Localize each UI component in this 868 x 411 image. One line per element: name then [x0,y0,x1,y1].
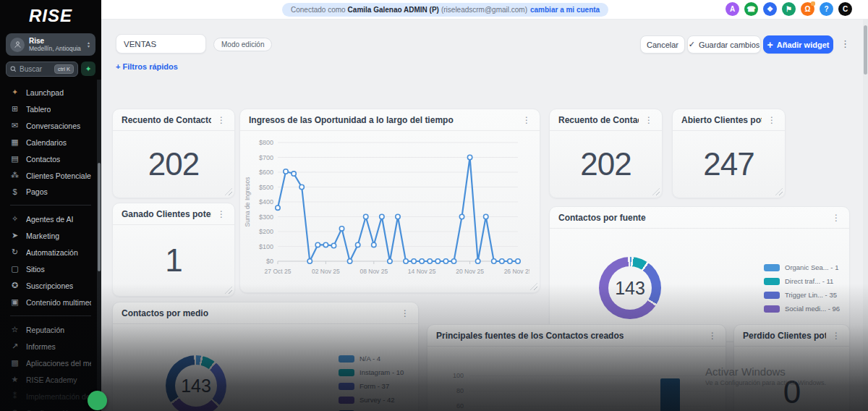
svg-text:Suma de Ingresos: Suma de Ingresos [244,177,251,227]
legend-item[interactable]: Instagram - 10 [339,368,404,376]
widget-menu-button[interactable]: ⋮ [826,213,841,223]
widget-contactos-por-fuente: Contactos por fuente⋮ Organic Sea... - 1… [549,206,850,342]
kpi-value: 247 [673,131,785,198]
apps-icon[interactable]: ❖ [763,2,777,16]
sidebar-item-sitios[interactable]: ▢Sitios [0,260,101,277]
data-point [443,259,448,263]
legend-label: Instagram - 10 [359,368,404,376]
legend-item[interactable]: Organic Sea... - 1 [764,263,840,271]
sidebar-item-clientes-potenciales[interactable]: ⁂Clientes Potenciales [0,167,101,184]
line-chart: $0$100$200$300$400$500$600$700$80027 Oct… [240,132,529,290]
sidebar-item-label: Configuración [26,409,73,411]
calendarios-icon: ▦ [10,137,20,147]
sidebar-scrollbar-thumb[interactable] [98,163,101,271]
page-scrollbar[interactable] [863,20,868,411]
kpi-value: 1 [113,225,234,296]
sidebar-item-agentes-de-ai[interactable]: ✧Agentes de AI [0,211,101,227]
search-box[interactable]: ctrl K [6,62,78,77]
data-point [331,243,336,247]
sidebar-item-label: Contenido multimedia... [26,298,91,307]
sidebar-item-label: Marketing [26,232,59,240]
legend-item[interactable]: Direct traf... - 11 [764,277,840,285]
phone-icon[interactable]: ☎ [744,2,758,16]
resize-handle[interactable] [530,283,537,290]
sidebar-item-launchpad[interactable]: ✦Launchpad [0,84,101,101]
widget-menu-button[interactable]: ⋮ [211,209,226,219]
svg-text:26 Nov 25: 26 Nov 25 [504,268,529,275]
data-point [500,259,504,263]
agentes-de-ai-icon: ✧ [10,214,20,224]
sidebar-item-label: RISE Academy [26,376,77,384]
dashboard-name-input[interactable] [116,34,206,54]
sidebar-item-informes[interactable]: ↗Informes [0,338,101,355]
sidebar-item-reputacion[interactable]: ☆Reputación [0,321,101,338]
sidebar-item-tablero[interactable]: ⊞Tablero [0,101,101,117]
sidebar-item-label: Tablero [26,105,51,114]
data-point [484,214,488,219]
sidebar: RISE Rise Medellín, Antioquia ▴▾ ctrl K … [0,0,101,411]
svg-text:$500: $500 [259,184,273,191]
legend-item[interactable]: N/A - 4 [339,355,404,363]
quick-filters-link[interactable]: + Filtros rápidos [116,62,178,71]
svg-text:27 Oct 25: 27 Oct 25 [265,268,292,275]
widget-title: Recuento de Contactos [122,115,211,125]
legend-swatch [339,355,354,363]
legend-item[interactable]: Social medi... - 96 [764,305,840,313]
sidebar-item-conversaciones[interactable]: ✉Conversaciones [0,117,101,134]
notifications-icon[interactable]: Ω [801,2,814,16]
data-point [372,242,376,247]
widget-menu-button[interactable]: ⋮ [702,331,717,341]
widget-title: Contactos por fuente [558,213,646,223]
legend-item[interactable]: Survey - 42 [339,396,404,404]
search-input[interactable] [20,65,54,73]
sidebar-item-contactos[interactable]: ▤Contactos [0,151,101,167]
data-point [380,214,384,219]
sidebar-item-calendarios[interactable]: ▦Calendarios [0,134,101,151]
translate-icon[interactable]: A [726,2,739,16]
org-selector[interactable]: Rise Medellín, Antioquia ▴▾ [6,33,95,56]
chat-button[interactable] [88,391,107,410]
sidebar-item-suscripciones[interactable]: ✪Suscripciones [0,277,101,294]
page-scrollbar-thumb[interactable] [864,25,867,75]
aplicaciones-del-mercado-icon: ▩ [10,358,20,368]
data-point [492,259,496,263]
sidebar-item-label: Contactos [26,155,60,164]
legend-swatch [764,278,780,285]
widget-menu-button[interactable]: ⋮ [639,115,653,125]
bar-chart: 1008060 [469,376,711,411]
widget-menu-button[interactable]: ⋮ [516,115,531,125]
sidebar-item-marketing[interactable]: ➤Marketing [0,227,101,244]
data-point [396,214,400,219]
add-widget-button[interactable]: +Añadir widget [763,35,833,54]
legend-swatch [764,292,780,299]
megaphone-icon[interactable]: ⚑ [782,2,796,16]
widget-title: Abierto Clientes potencia [681,115,762,125]
save-changes-button[interactable]: ✓Guardar cambios [687,35,761,54]
sidebar-item-contenido-multimedia[interactable]: ▣Contenido multimedia... [0,294,101,310]
widget-menu-button[interactable]: ⋮ [826,331,841,341]
legend-item[interactable]: Trigger Lin... - 35 [764,291,840,299]
sidebar-item-automatizacion[interactable]: ↻Automatización [0,244,101,260]
sidebar-item-configuracion[interactable]: ⚙Configuración [0,404,101,411]
sidebar-item-label: Pagos [26,187,48,196]
sidebar-item-aplicaciones-del-mercado[interactable]: ▩Aplicaciones del merc... [0,355,101,371]
y-tick-label: 60 [456,402,464,410]
sidebar-item-implementacion[interactable]: ⁑Implementación de pa... [0,388,101,404]
widget-recuento-contactos-2: Recuento de Contactos⋮ 202 [549,109,663,198]
help-icon[interactable]: ? [820,2,833,16]
sidebar-item-label: Conversaciones [26,122,80,130]
widget-menu-button[interactable]: ⋮ [762,115,776,125]
dashboard-menu-button[interactable]: ⋮ [841,38,850,49]
legend-item[interactable]: Form - 37 [339,382,404,390]
widget-menu-button[interactable]: ⋮ [395,308,409,318]
sidebar-item-pagos[interactable]: $Pagos [0,184,101,200]
switch-account-link[interactable]: cambiar a mi cuenta [530,6,600,14]
widget-menu-button[interactable]: ⋮ [211,115,226,125]
sidebar-scrollbar[interactable] [97,80,101,411]
cancel-button[interactable]: Cancelar [640,35,685,54]
ai-assistant-button[interactable]: ✦ [81,62,95,76]
sidebar-item-rise-academy[interactable]: ★RISE Academy [0,371,101,388]
data-point [364,214,368,219]
c-logo-icon[interactable]: C [838,2,852,16]
suscripciones-icon: ✪ [10,281,20,290]
